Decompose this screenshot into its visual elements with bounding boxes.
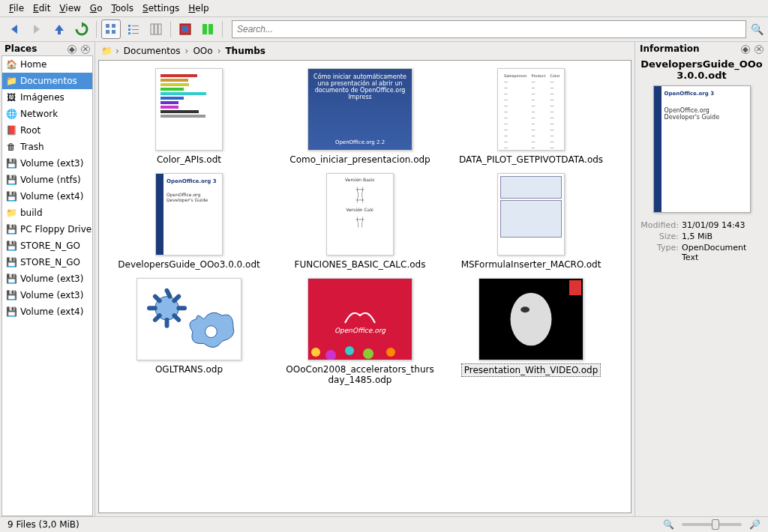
toolbar: 🔍	[0, 17, 768, 42]
file-label: DATA_PILOT_GETPIVOTDATA.ods	[457, 154, 605, 166]
file-item[interactable]: Presentation_With_VIDEO.odp	[448, 278, 614, 386]
preview-button[interactable]	[176, 19, 195, 39]
places-item-label: Volume (ext4)	[20, 191, 83, 202]
file-area[interactable]: Color_APIs.odtCómo iniciar automáticamen…	[98, 60, 632, 513]
places-item-label: Volume (ext3)	[20, 273, 83, 284]
file-item[interactable]: SalespersonProductColor—————————————————…	[448, 68, 614, 166]
info-panel: Information ◆ ✕ DevelopersGuide_OOo3.0.0…	[634, 42, 768, 516]
file-item[interactable]: MSFormulaInserter_MACRO.odt	[448, 173, 614, 270]
file-item[interactable]: Versión Basic┼─┼│ │┼─┼Versión Calc┼─┼│ │…	[278, 173, 442, 270]
svg-point-22	[363, 348, 374, 359]
places-item[interactable]: 📁build	[2, 205, 92, 221]
places-item-label: PC Floppy Drive	[20, 224, 92, 235]
places-item[interactable]: 💾Volume (ext3)	[2, 270, 92, 287]
menu-tools[interactable]: Tools	[106, 1, 138, 15]
file-label: Presentation_With_VIDEO.odp	[461, 363, 602, 377]
places-item[interactable]: 📕Root	[2, 122, 92, 139]
places-item[interactable]: 🗑Trash	[2, 139, 92, 155]
menu-help[interactable]: Help	[184, 1, 213, 15]
places-item[interactable]: 💾Volume (ext3)	[2, 287, 92, 303]
svg-rect-5	[132, 25, 139, 26]
svg-point-18	[206, 326, 218, 338]
binoculars-icon[interactable]: 🔍	[751, 23, 764, 35]
up-button[interactable]	[50, 19, 69, 39]
places-item[interactable]: 🖼Imágenes	[2, 89, 92, 106]
folder-icon: 💾	[5, 190, 17, 202]
file-thumbnail: OpenOffice.org 3OpenOffice.org Developer…	[155, 173, 223, 256]
places-item[interactable]: 💾STORE_N_GO	[2, 238, 92, 254]
places-item[interactable]: 📁Documentos	[2, 73, 92, 89]
svg-point-21	[345, 346, 354, 355]
info-meta-label: Size:	[640, 232, 682, 241]
places-item[interactable]: 🌐Network	[2, 106, 92, 122]
search-input[interactable]	[232, 20, 746, 38]
places-item-label: STORE_N_GO	[20, 257, 80, 267]
places-list: 🏠Home📁Documentos🖼Imágenes🌐Network📕Root🗑T…	[2, 55, 93, 516]
places-item-label: STORE_N_GO	[20, 241, 80, 251]
breadcrumb-root-icon[interactable]: 📁	[101, 46, 112, 56]
file-item[interactable]: Color_APIs.odt	[106, 68, 272, 166]
zoom-slider[interactable]	[682, 523, 742, 526]
breadcrumb-item[interactable]: Thumbs	[224, 45, 267, 57]
places-item[interactable]: 💾Volume (ext4)	[2, 303, 92, 320]
places-item-label: Volume (ext4)	[20, 306, 83, 317]
file-thumbnail: SalespersonProductColor—————————————————…	[497, 68, 565, 151]
menu-view[interactable]: View	[55, 1, 85, 15]
places-item[interactable]: 💾Volume (ext4)	[2, 188, 92, 205]
menubar: FileEditViewGoToolsSettingsHelp	[0, 0, 768, 17]
details-view-button[interactable]	[124, 19, 143, 39]
file-item[interactable]: OGLTRANS.odp	[106, 278, 272, 386]
places-item-label: Volume (ext3)	[20, 158, 83, 169]
file-thumbnail: Versión Basic┼─┼│ │┼─┼Versión Calc┼─┼│ │	[326, 173, 394, 256]
folder-icon: 💾	[5, 240, 17, 252]
svg-rect-16	[208, 24, 213, 34]
places-item[interactable]: 💾PC Floppy Drive	[2, 221, 92, 238]
menu-edit[interactable]: Edit	[28, 1, 55, 15]
folder-icon: 💾	[5, 157, 17, 169]
file-item[interactable]: Cómo iniciar automáticamente una present…	[278, 68, 442, 166]
places-lock-icon[interactable]: ◆	[68, 45, 76, 54]
status-text: 9 Files (3,0 MiB)	[8, 519, 80, 530]
svg-rect-9	[132, 33, 139, 34]
forward-button[interactable]	[27, 19, 46, 39]
info-meta: Modified:31/01/09 14:43Size:1,5 MiBType:…	[640, 220, 764, 264]
info-close-icon[interactable]: ✕	[754, 45, 764, 54]
folder-icon: 💾	[5, 174, 17, 186]
file-item[interactable]: OpenOffice.orgOOoCon2008_accelerators_th…	[278, 278, 442, 386]
columns-view-button[interactable]	[146, 19, 166, 39]
folder-icon: 💾	[5, 306, 17, 318]
info-title: Information	[640, 43, 700, 54]
folder-icon: 🗑	[5, 141, 17, 153]
icons-view-button[interactable]	[101, 19, 121, 39]
menu-file[interactable]: File	[4, 1, 28, 15]
info-meta-value: 31/01/09 14:43	[682, 220, 764, 230]
folder-icon: 💾	[5, 223, 17, 235]
zoom-out-icon[interactable]: 🔍	[663, 519, 674, 530]
svg-rect-3	[112, 30, 116, 34]
places-item-label: Trash	[20, 142, 44, 152]
split-view-button[interactable]	[198, 19, 218, 39]
menu-go[interactable]: Go	[86, 1, 107, 15]
breadcrumb-item[interactable]: OOo	[191, 45, 214, 57]
places-item[interactable]: 💾STORE_N_GO	[2, 254, 92, 270]
folder-icon: 🖼	[5, 91, 17, 103]
breadcrumb-item[interactable]: Documentos	[122, 45, 182, 57]
menu-settings[interactable]: Settings	[138, 1, 184, 15]
places-item[interactable]: 🏠Home	[2, 56, 92, 73]
back-button[interactable]	[4, 19, 24, 39]
folder-icon: 📕	[5, 124, 17, 136]
file-label: MSFormulaInserter_MACRO.odt	[459, 259, 604, 270]
places-item-label: build	[20, 208, 43, 218]
file-item[interactable]: OpenOffice.org 3OpenOffice.org Developer…	[106, 173, 272, 270]
zoom-in-icon[interactable]: 🔎	[749, 519, 760, 530]
places-close-icon[interactable]: ✕	[81, 45, 90, 54]
places-item[interactable]: 💾Volume (ext3)	[2, 155, 92, 172]
info-meta-value: 1,5 MiB	[682, 232, 764, 241]
places-item[interactable]: 💾Volume (ntfs)	[2, 172, 92, 188]
file-thumbnail	[155, 68, 223, 151]
folder-icon: 💾	[5, 273, 17, 285]
reload-button[interactable]	[72, 19, 92, 39]
info-meta-label: Modified:	[640, 220, 682, 230]
file-thumbnail: Cómo iniciar automáticamente una present…	[308, 68, 412, 151]
info-lock-icon[interactable]: ◆	[741, 45, 750, 54]
